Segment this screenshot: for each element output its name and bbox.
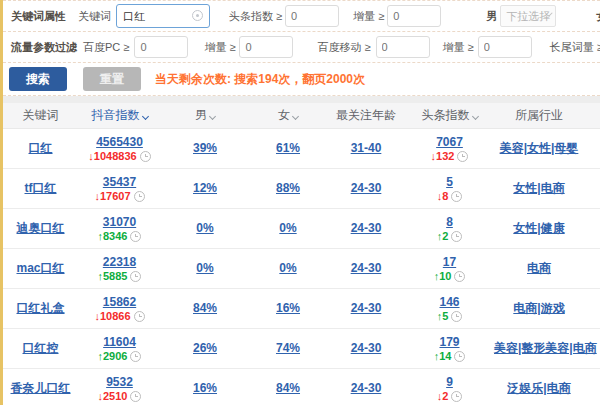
douyin-index-link[interactable]: 4565430 — [96, 135, 143, 149]
target-icon[interactable] — [192, 10, 203, 21]
toutiao-index-link[interactable]: 5 — [446, 175, 453, 189]
age-range-link[interactable]: 24-30 — [351, 341, 382, 355]
increment1-input[interactable] — [239, 36, 293, 58]
clock-icon[interactable] — [130, 231, 141, 242]
female-percent-link[interactable]: 16% — [276, 301, 300, 315]
female-percent-link[interactable]: 61% — [276, 141, 300, 155]
keyword-link[interactable]: mac口红 — [16, 261, 64, 275]
male-percent-link[interactable]: 0% — [196, 221, 213, 235]
chevron-down-icon — [141, 113, 148, 120]
male-percent-link[interactable]: 0% — [196, 261, 213, 275]
keyword-link[interactable]: tf口红 — [25, 181, 57, 195]
female-percent-link[interactable]: 0% — [279, 221, 296, 235]
filter-row-traffic: 流量参数过滤 百度PC ≥ 增量 ≥ 百度移动 ≥ 增量 ≥ 长尾词量 ≥ — [3, 32, 600, 63]
keyword-table: 关键词 抖音指数 男 女 最关注年龄 头条指数 所属行业 百度PC 口红 456… — [3, 103, 600, 405]
traffic-group-label: 流量参数过滤 — [11, 40, 77, 55]
industry-link[interactable]: 美容|女性|母婴 — [500, 141, 579, 155]
male-percent-link[interactable]: 12% — [193, 181, 217, 195]
clock-icon[interactable] — [451, 391, 462, 402]
industry-link[interactable]: 泛娱乐|电商 — [507, 381, 570, 395]
age-range-link[interactable]: 24-30 — [351, 261, 382, 275]
toutiao-min-input[interactable] — [285, 5, 339, 27]
chevron-down-icon — [471, 113, 478, 120]
col-header-male[interactable]: 男 — [161, 103, 249, 128]
col-header-baidu-pc: 百度PC — [584, 103, 600, 128]
col-header-female[interactable]: 女 — [249, 103, 327, 128]
age-range-link[interactable]: 24-30 — [351, 301, 382, 315]
male-percent-link[interactable]: 39% — [193, 141, 217, 155]
industry-link[interactable]: 电商|游戏 — [513, 301, 564, 315]
clock-icon[interactable] — [454, 351, 465, 362]
toutiao-index-link[interactable]: 9 — [446, 375, 453, 389]
increment2-label: 增量 ≥ — [443, 40, 474, 55]
keyword-link[interactable]: 迪奥口红 — [17, 221, 65, 235]
filter-group-label: 关键词属性 — [11, 9, 66, 24]
female-percent-link[interactable]: 88% — [276, 181, 300, 195]
douyin-index-link[interactable]: 31070 — [103, 215, 136, 229]
keyword-link[interactable]: 口红 — [29, 141, 53, 155]
age-range-link[interactable]: 24-30 — [351, 181, 382, 195]
reset-button[interactable]: 重置 — [83, 67, 141, 91]
industry-link[interactable]: 美容|整形美容|电商 — [494, 341, 597, 355]
toutiao-index-link[interactable]: 17 — [443, 255, 456, 269]
increment-min-input[interactable] — [387, 5, 441, 27]
keyword-input[interactable] — [123, 10, 203, 22]
keyword-link[interactable]: 口红控 — [23, 341, 59, 355]
douyin-delta: 5885 — [78, 270, 161, 282]
male-percent-link[interactable]: 26% — [193, 341, 217, 355]
clock-icon[interactable] — [451, 231, 462, 242]
female-percent-link[interactable]: 84% — [276, 381, 300, 395]
age-range-link[interactable]: 31-40 — [351, 141, 382, 155]
female-percent-link[interactable]: 74% — [276, 341, 300, 355]
douyin-delta: 1048836 — [78, 150, 161, 162]
douyin-index-link[interactable]: 35437 — [103, 175, 136, 189]
col-header-douyin-index[interactable]: 抖音指数 — [78, 103, 161, 128]
col-header-age: 最关注年龄 — [327, 103, 405, 128]
clock-icon[interactable] — [457, 151, 468, 162]
clock-icon[interactable] — [451, 191, 462, 202]
douyin-index-link[interactable]: 15862 — [103, 295, 136, 309]
age-range-link[interactable]: 24-30 — [351, 221, 382, 235]
douyin-index-link[interactable]: 9532 — [106, 375, 133, 389]
keyword-link[interactable]: 口红礼盒 — [17, 301, 65, 315]
age-range-link[interactable]: 24-30 — [351, 381, 382, 395]
quota-text: 当天剩余次数: 搜索194次，翻页2000次 — [155, 71, 365, 88]
clock-icon[interactable] — [130, 391, 141, 402]
douyin-index-link[interactable]: 22318 — [103, 255, 136, 269]
industry-link[interactable]: 女性|健康 — [513, 221, 564, 235]
clock-icon[interactable] — [130, 271, 141, 282]
toutiao-index-link[interactable]: 146 — [439, 295, 459, 309]
female-label: 女 — [596, 9, 600, 24]
toutiao-index-link[interactable]: 7067 — [436, 135, 463, 149]
keyword-label: 关键词 — [78, 9, 111, 24]
industry-link[interactable]: 女性|电商 — [513, 181, 564, 195]
toutiao-index-link[interactable]: 8 — [446, 215, 453, 229]
clock-icon[interactable] — [134, 191, 145, 202]
female-percent-link[interactable]: 0% — [279, 261, 296, 275]
table-header-row: 关键词 抖音指数 男 女 最关注年龄 头条指数 所属行业 百度PC — [3, 103, 600, 128]
col-header-toutiao-index[interactable]: 头条指数 — [405, 103, 494, 128]
search-button[interactable]: 搜索 — [9, 67, 67, 91]
keyword-input-wrap — [116, 4, 210, 28]
baidu-mobile-input[interactable] — [376, 36, 430, 58]
table-row: mac口红 22318 5885 0% 0% 24-30 17 10 电商 — [3, 248, 600, 288]
clock-icon[interactable] — [130, 351, 141, 362]
male-percent-link[interactable]: 84% — [193, 301, 217, 315]
clock-icon[interactable] — [451, 311, 462, 322]
male-select[interactable]: 下拉选择 — [500, 5, 556, 27]
clock-icon[interactable] — [134, 311, 145, 322]
col-header-industry: 所属行业 — [494, 103, 584, 128]
table-row: 香奈儿口红 9532 2510 16% 84% 24-30 9 2 泛娱乐|电商 — [3, 368, 600, 405]
male-percent-link[interactable]: 16% — [193, 381, 217, 395]
toutiao-index-link[interactable]: 179 — [439, 335, 459, 349]
douyin-index-link[interactable]: 11604 — [103, 335, 136, 349]
table-row: 口红控 11604 2906 26% 74% 24-30 179 14 美容|整… — [3, 328, 600, 368]
keyword-link[interactable]: 香奈儿口红 — [11, 381, 71, 395]
filter-panel: 关键词属性 关键词 头条指数 ≥ 增量 ≥ 男 下拉选择 女 下拉选择 流量参数… — [3, 0, 600, 96]
increment2-input[interactable] — [478, 36, 532, 58]
douyin-delta: 2510 — [78, 390, 161, 402]
industry-link[interactable]: 电商 — [527, 261, 551, 275]
baidu-pc-input[interactable] — [134, 36, 188, 58]
clock-icon[interactable] — [454, 271, 465, 282]
clock-icon[interactable] — [140, 151, 151, 162]
